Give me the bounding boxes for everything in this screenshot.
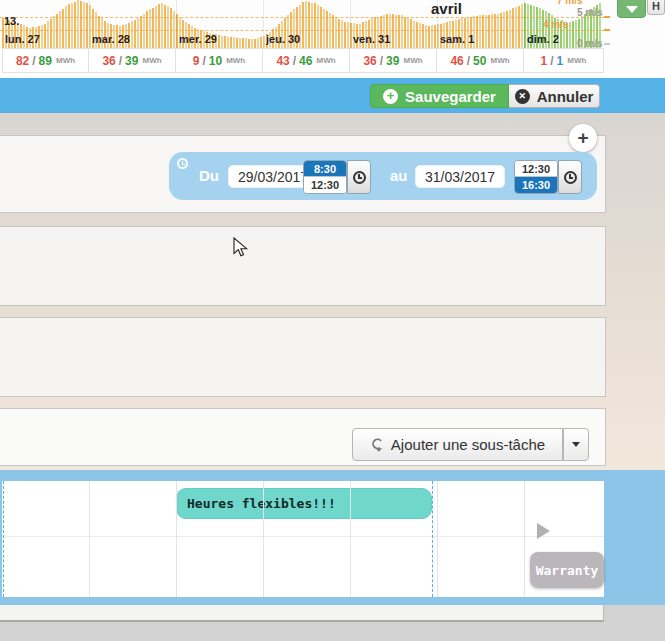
- gantt-column-line: [350, 481, 351, 597]
- from-time-option-top[interactable]: 8:30: [304, 161, 346, 177]
- gantt-column-line: [89, 481, 90, 597]
- wind-speed-label: 4 m/s: [543, 19, 569, 30]
- chart-bar: [257, 38, 259, 48]
- day-label: lun. 27: [5, 33, 40, 45]
- mwh-value: 36: [102, 54, 115, 68]
- to-time-picker-button[interactable]: [558, 160, 582, 194]
- mwh-value: 46: [299, 54, 312, 68]
- from-label: Du: [199, 167, 219, 184]
- to-time-option-top[interactable]: 12:30: [515, 161, 557, 177]
- chart-bar: [47, 21, 49, 48]
- mwh-value: MWh: [226, 56, 245, 65]
- cancel-button-label: Annuler: [537, 88, 594, 105]
- chart-bar: [425, 25, 427, 48]
- chart-bar: [302, 2, 304, 48]
- chart-bar: [221, 36, 223, 48]
- chart-bar: [431, 25, 433, 48]
- day-label: jeu. 30: [266, 33, 300, 45]
- period-clock-icon: [177, 158, 188, 169]
- cancel-cross-icon: ✕: [515, 89, 530, 104]
- daily-mwh-cell: 36/39MWh: [350, 48, 437, 73]
- chart-bar: [476, 16, 478, 48]
- chart-bar: [311, 3, 313, 48]
- chart-bar: [251, 39, 253, 48]
- chart-bar: [170, 8, 172, 48]
- from-time-option-bottom[interactable]: 12:30: [304, 177, 346, 193]
- to-time-option-bottom[interactable]: 16:30: [515, 177, 557, 193]
- chart-bar: [392, 14, 394, 48]
- mwh-value: 1: [557, 54, 564, 68]
- mwh-value: MWh: [567, 56, 586, 65]
- axis-tick: [604, 29, 610, 31]
- cancel-button[interactable]: ✕ Annuler: [509, 84, 600, 108]
- chart-bar: [131, 21, 133, 48]
- chart-bar: [572, 21, 574, 48]
- mwh-value: MWh: [316, 56, 335, 65]
- collapse-chart-button[interactable]: [617, 0, 646, 18]
- mwh-value: MWh: [403, 56, 422, 65]
- h-mode-button[interactable]: H: [647, 0, 665, 15]
- chart-bar: [488, 15, 490, 48]
- daily-mwh-cell: 9/10MWh: [176, 48, 263, 73]
- chart-bar: [401, 15, 403, 48]
- from-time-picker-button[interactable]: [347, 160, 371, 194]
- chart-bar: [140, 16, 142, 48]
- chart-bar: [77, 0, 79, 48]
- chart-bar: [569, 22, 571, 48]
- mwh-value: 89: [39, 54, 52, 68]
- chart-bar: [521, 4, 523, 48]
- bottom-scroll-strip[interactable]: [0, 605, 604, 622]
- chart-bar: [398, 15, 400, 48]
- add-subtask-dropdown-button[interactable]: [563, 428, 589, 461]
- mwh-value: 82: [16, 54, 29, 68]
- planning-app-window: 13. avril lun. 27mar. 28mer. 29jeu. 30ve…: [0, 0, 665, 641]
- chart-bar: [152, 8, 154, 48]
- chart-bar: [494, 14, 496, 48]
- chart-bar: [68, 4, 70, 48]
- chart-bar: [71, 3, 73, 48]
- mwh-value: MWh: [56, 56, 75, 65]
- chart-bar: [518, 6, 520, 48]
- add-subtask-label: Ajouter une sous-tâche: [391, 436, 545, 453]
- chart-bar: [224, 36, 226, 48]
- chart-bar: [512, 8, 514, 48]
- chevron-down-icon: [626, 6, 638, 13]
- chart-bar: [143, 14, 145, 48]
- mwh-value: 50: [473, 54, 486, 68]
- chart-bar: [479, 15, 481, 48]
- daily-mwh-cell: 82/89MWh: [2, 48, 89, 73]
- day-separator: [437, 0, 438, 48]
- chart-bar: [320, 7, 322, 48]
- chart-bar: [338, 19, 340, 48]
- mwh-value: /: [32, 54, 35, 68]
- mwh-value: MWh: [142, 56, 161, 65]
- chart-bar: [413, 21, 415, 48]
- add-subtask-button[interactable]: Ajouter une sous-tâche: [352, 428, 563, 461]
- day-label: mar. 28: [92, 33, 130, 45]
- chart-bar: [491, 14, 493, 48]
- gantt-column-line: [176, 481, 177, 597]
- chart-bar: [509, 10, 511, 48]
- mwh-value: /: [202, 54, 205, 68]
- gantt-task-bar[interactable]: Heures flexibles!!!: [176, 488, 432, 519]
- chart-bar: [260, 37, 262, 48]
- chart-bar: [335, 17, 337, 48]
- daily-mwh-row: 82/89MWh36/39MWh9/10MWh43/46MWh36/39MWh4…: [2, 48, 604, 73]
- chart-bar: [164, 5, 166, 48]
- chart-bar: [341, 20, 343, 48]
- chart-bar: [416, 22, 418, 48]
- warranty-tag[interactable]: Warranty: [530, 552, 604, 588]
- day-separator: [350, 0, 351, 48]
- mwh-value: 39: [386, 54, 399, 68]
- to-date-input[interactable]: [415, 165, 505, 188]
- to-time-stepper[interactable]: 12:30 16:30: [514, 160, 558, 194]
- milestone-arrow-icon[interactable]: [537, 523, 550, 539]
- add-period-button[interactable]: +: [569, 124, 597, 152]
- chart-bar: [161, 3, 163, 48]
- day-separator: [89, 0, 90, 48]
- from-time-stepper[interactable]: 8:30 12:30: [303, 160, 347, 194]
- chart-gridline: [0, 17, 604, 18]
- save-button[interactable]: + Sauvegarder: [370, 84, 509, 108]
- to-label: au: [390, 167, 408, 184]
- chart-bar: [53, 16, 55, 48]
